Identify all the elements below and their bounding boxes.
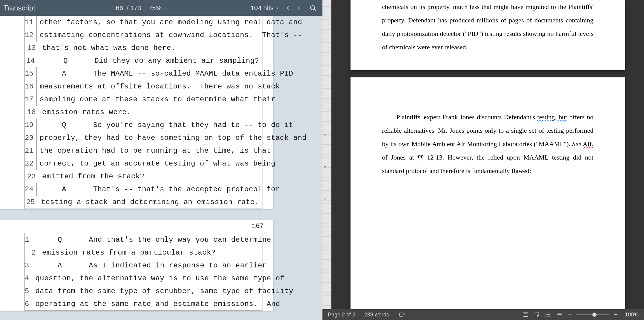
transcript-line[interactable]: 23emitted from the stack? xyxy=(25,170,262,183)
document-area[interactable]: chemicals on its property, much less tha… xyxy=(331,0,644,309)
doc-page-1: chemicals on its property, much less tha… xyxy=(351,0,625,70)
line-text: A That's -- that's the accepted protocol… xyxy=(37,183,283,196)
line-number: 23 xyxy=(25,170,39,183)
search-icon xyxy=(309,4,316,12)
transcript-line[interactable]: 2emission rates from a particular stack? xyxy=(25,246,262,259)
zoom-slider[interactable] xyxy=(577,314,609,315)
doc-paragraph[interactable]: Plaintiffs' expert Frank Jones discounts… xyxy=(382,110,594,177)
zoom-in-button[interactable]: + xyxy=(613,311,619,318)
chevron-left-icon xyxy=(285,5,291,11)
next-hit-button[interactable] xyxy=(293,3,304,13)
menu-icon xyxy=(556,311,563,318)
transcript-line[interactable]: 18emission rates were. xyxy=(25,106,262,119)
transcript-line[interactable]: 6operating at the same rate and estimate… xyxy=(25,298,262,310)
transcript-line[interactable]: 15 A The MAAML -- so-called MAAML data e… xyxy=(25,67,262,80)
doc-page-2: Plaintiffs' expert Frank Jones discounts… xyxy=(351,77,625,309)
svg-rect-2 xyxy=(400,313,403,316)
line-text: sampling done at these stacks to determi… xyxy=(37,93,279,106)
line-number: 24 xyxy=(25,183,37,196)
spelling-error[interactable]: Aff. xyxy=(583,140,594,148)
line-number: 6 xyxy=(25,298,32,310)
transcript-body[interactable]: 11other factors, so that you are modelin… xyxy=(0,16,322,320)
line-text: correct, to get an accurate testing of w… xyxy=(37,157,279,170)
transcript-line[interactable]: 19 Q So you're saying that they had to -… xyxy=(25,119,262,131)
line-number: 1 xyxy=(25,233,32,246)
line-text: emission rates were. xyxy=(39,106,262,119)
svg-line-1 xyxy=(314,9,316,11)
transcript-line[interactable]: 11other factors, so that you are modelin… xyxy=(25,16,262,29)
line-text: A As I indicated in response to an earli… xyxy=(32,259,270,272)
status-words[interactable]: 238 words xyxy=(364,312,389,318)
outline-button[interactable] xyxy=(556,311,563,319)
line-text: question, the alternative way is to use … xyxy=(32,272,288,285)
transcript-line[interactable]: 13that's not what was done here. xyxy=(25,42,262,54)
transcript-line[interactable]: 4question, the alternative way is to use… xyxy=(25,272,262,285)
svg-point-15 xyxy=(546,316,546,317)
doc-italic: See xyxy=(572,140,581,148)
doc-text: of Jones at ¶¶ 12-13. However, the relie… xyxy=(382,154,594,174)
hits-count: 104 hits xyxy=(250,4,273,12)
ruler-tick: 6 xyxy=(323,231,327,232)
current-page: 166 xyxy=(112,4,123,12)
line-number: 11 xyxy=(25,16,37,29)
line-number: 25 xyxy=(25,196,38,209)
transcript-line[interactable]: 1 Q And that's the only way you can dete… xyxy=(25,233,262,246)
line-text: estimating concentrations at downwind lo… xyxy=(37,29,305,42)
print-layout-button[interactable] xyxy=(533,311,541,319)
transcript-line[interactable]: 3 A As I indicated in response to an ear… xyxy=(25,259,262,272)
search-button[interactable] xyxy=(307,2,319,14)
chevron-down-icon xyxy=(275,6,279,10)
hits-dropdown[interactable]: 104 hits xyxy=(250,4,279,12)
zoom-slider-thumb[interactable] xyxy=(592,313,597,317)
transcript-line[interactable]: 14 Q Did they do any ambient air samplin… xyxy=(25,54,262,67)
status-bar: Page 2 of 2 238 words − xyxy=(322,309,644,320)
transcript-line[interactable]: 12estimating concentrations at downwind … xyxy=(25,29,262,42)
web-layout-button[interactable] xyxy=(544,311,552,319)
ruler-tick: 3 xyxy=(323,134,327,136)
zoom-level[interactable]: 100% xyxy=(625,312,639,318)
doc-paragraph[interactable]: chemicals on its property, much less tha… xyxy=(382,0,594,54)
transcript-line[interactable]: 25testing a stack and determining an emi… xyxy=(25,196,262,209)
doc-text: chemicals on its property, much less tha… xyxy=(382,3,594,51)
line-number: 12 xyxy=(25,29,37,42)
line-text: the operation had to be running at the t… xyxy=(37,144,274,157)
svg-rect-5 xyxy=(523,313,528,317)
zoom-out-button[interactable]: − xyxy=(567,311,573,318)
read-mode-button[interactable] xyxy=(522,311,529,319)
line-text: other factors, so that you are modeling … xyxy=(37,16,305,29)
page-counter[interactable]: 166 / 173 xyxy=(112,4,141,12)
status-page[interactable]: Page 2 of 2 xyxy=(328,312,355,318)
transcript-line-table: 1 Q And that's the only way you can dete… xyxy=(24,233,262,311)
transcript-page-167: 167 1 Q And that's the only way you can … xyxy=(0,220,273,311)
spellcheck-button[interactable] xyxy=(398,311,406,319)
line-text: operating at the same rate and estimate … xyxy=(32,298,283,310)
zoom-dropdown[interactable]: 75% xyxy=(148,4,168,12)
transcript-line[interactable]: 20properly, they had to have something o… xyxy=(25,131,262,144)
vertical-ruler[interactable]: 123456 xyxy=(322,0,331,309)
line-number: 16 xyxy=(25,80,37,93)
transcript-line[interactable]: 17sampling done at these stacks to deter… xyxy=(25,93,262,106)
line-text: emitted from the stack? xyxy=(39,170,262,183)
line-number: 4 xyxy=(25,272,32,285)
line-text: testing a stack and determining an emiss… xyxy=(38,196,262,209)
grammar-error[interactable]: testing, but xyxy=(537,113,567,121)
book-x-icon xyxy=(398,312,405,318)
read-mode-icon xyxy=(522,311,529,318)
line-text: Q Did they do any ambient air sampling? xyxy=(38,54,262,67)
editor-pane: 123456 chemicals on its property, much l… xyxy=(322,0,644,320)
transcript-line[interactable]: 24 A That's -- that's the accepted proto… xyxy=(25,183,262,196)
transcript-line[interactable]: 5data from the same type of scrubber, sa… xyxy=(25,285,262,298)
ruler-tick: 2 xyxy=(323,102,327,103)
transcript-line[interactable]: 21the operation had to be running at the… xyxy=(25,144,262,157)
prev-hit-button[interactable] xyxy=(282,3,293,13)
line-text: emission rates from a particular stack? xyxy=(39,246,262,259)
transcript-line[interactable]: 22correct, to get an accurate testing of… xyxy=(25,157,262,170)
transcript-title: Transcript xyxy=(4,4,35,12)
line-number: 3 xyxy=(25,259,32,272)
line-number: 21 xyxy=(25,144,37,157)
transcript-pane: Transcript 166 / 173 75% 104 hits xyxy=(0,0,322,320)
transcript-line[interactable]: 16measurements at offsite locations. The… xyxy=(25,80,262,93)
page-number: 167 xyxy=(0,220,273,233)
line-number: 19 xyxy=(25,119,37,131)
line-number: 22 xyxy=(25,157,37,170)
